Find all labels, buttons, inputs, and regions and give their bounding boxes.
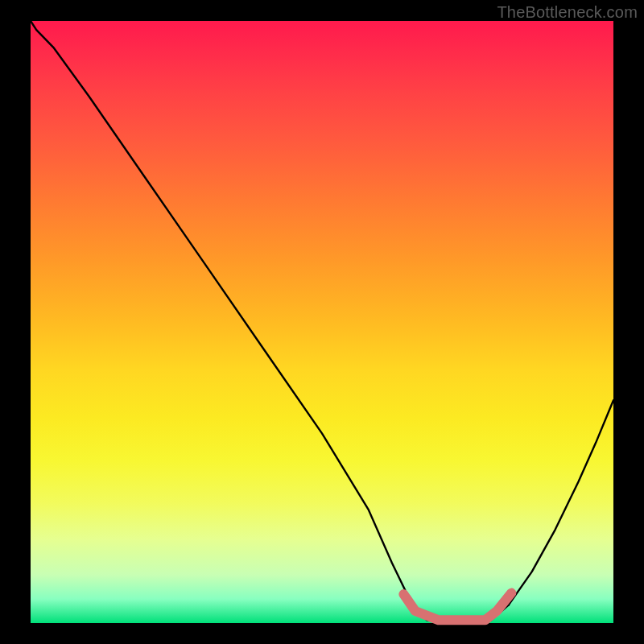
curve-right-branch xyxy=(509,400,613,605)
valley-marker xyxy=(403,593,511,621)
watermark-text: TheBottleneck.com xyxy=(497,3,638,22)
chart-frame: TheBottleneck.com xyxy=(0,0,644,644)
curve-left-branch xyxy=(31,21,412,605)
curve-layer xyxy=(31,21,613,623)
